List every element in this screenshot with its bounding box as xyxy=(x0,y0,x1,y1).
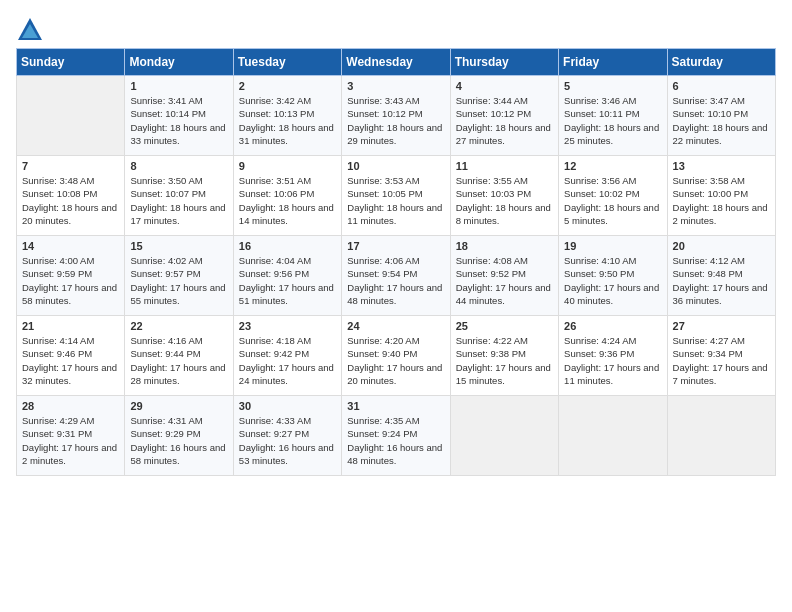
weekday-header: Saturday xyxy=(667,49,775,76)
weekday-header-row: SundayMondayTuesdayWednesdayThursdayFrid… xyxy=(17,49,776,76)
calendar-day-cell: 19Sunrise: 4:10 AMSunset: 9:50 PMDayligh… xyxy=(559,236,667,316)
day-info: Sunrise: 3:51 AMSunset: 10:06 PMDaylight… xyxy=(239,174,336,227)
calendar-day-cell: 24Sunrise: 4:20 AMSunset: 9:40 PMDayligh… xyxy=(342,316,450,396)
calendar-day-cell: 16Sunrise: 4:04 AMSunset: 9:56 PMDayligh… xyxy=(233,236,341,316)
day-number: 9 xyxy=(239,160,336,172)
logo xyxy=(16,16,48,44)
calendar-day-cell: 14Sunrise: 4:00 AMSunset: 9:59 PMDayligh… xyxy=(17,236,125,316)
day-info: Sunrise: 4:08 AMSunset: 9:52 PMDaylight:… xyxy=(456,254,553,307)
day-info: Sunrise: 3:44 AMSunset: 10:12 PMDaylight… xyxy=(456,94,553,147)
day-number: 2 xyxy=(239,80,336,92)
day-info: Sunrise: 4:27 AMSunset: 9:34 PMDaylight:… xyxy=(673,334,770,387)
day-number: 10 xyxy=(347,160,444,172)
day-info: Sunrise: 3:58 AMSunset: 10:00 PMDaylight… xyxy=(673,174,770,227)
calendar-day-cell: 1Sunrise: 3:41 AMSunset: 10:14 PMDayligh… xyxy=(125,76,233,156)
day-info: Sunrise: 4:24 AMSunset: 9:36 PMDaylight:… xyxy=(564,334,661,387)
day-number: 12 xyxy=(564,160,661,172)
weekday-header: Thursday xyxy=(450,49,558,76)
day-info: Sunrise: 4:20 AMSunset: 9:40 PMDaylight:… xyxy=(347,334,444,387)
calendar-day-cell: 29Sunrise: 4:31 AMSunset: 9:29 PMDayligh… xyxy=(125,396,233,476)
day-number: 7 xyxy=(22,160,119,172)
day-info: Sunrise: 4:31 AMSunset: 9:29 PMDaylight:… xyxy=(130,414,227,467)
day-number: 25 xyxy=(456,320,553,332)
calendar-day-cell: 9Sunrise: 3:51 AMSunset: 10:06 PMDayligh… xyxy=(233,156,341,236)
day-number: 5 xyxy=(564,80,661,92)
calendar-day-cell: 26Sunrise: 4:24 AMSunset: 9:36 PMDayligh… xyxy=(559,316,667,396)
day-info: Sunrise: 3:53 AMSunset: 10:05 PMDaylight… xyxy=(347,174,444,227)
day-number: 16 xyxy=(239,240,336,252)
calendar-day-cell: 15Sunrise: 4:02 AMSunset: 9:57 PMDayligh… xyxy=(125,236,233,316)
day-number: 1 xyxy=(130,80,227,92)
day-info: Sunrise: 4:35 AMSunset: 9:24 PMDaylight:… xyxy=(347,414,444,467)
day-number: 23 xyxy=(239,320,336,332)
day-number: 22 xyxy=(130,320,227,332)
calendar-day-cell xyxy=(667,396,775,476)
calendar-table: SundayMondayTuesdayWednesdayThursdayFrid… xyxy=(16,48,776,476)
day-info: Sunrise: 4:33 AMSunset: 9:27 PMDaylight:… xyxy=(239,414,336,467)
weekday-header: Friday xyxy=(559,49,667,76)
calendar-day-cell: 3Sunrise: 3:43 AMSunset: 10:12 PMDayligh… xyxy=(342,76,450,156)
calendar-day-cell: 22Sunrise: 4:16 AMSunset: 9:44 PMDayligh… xyxy=(125,316,233,396)
logo-icon xyxy=(16,16,44,44)
calendar-day-cell: 31Sunrise: 4:35 AMSunset: 9:24 PMDayligh… xyxy=(342,396,450,476)
calendar-day-cell: 20Sunrise: 4:12 AMSunset: 9:48 PMDayligh… xyxy=(667,236,775,316)
day-number: 3 xyxy=(347,80,444,92)
day-number: 17 xyxy=(347,240,444,252)
day-number: 8 xyxy=(130,160,227,172)
calendar-day-cell xyxy=(450,396,558,476)
calendar-day-cell: 25Sunrise: 4:22 AMSunset: 9:38 PMDayligh… xyxy=(450,316,558,396)
weekday-header: Wednesday xyxy=(342,49,450,76)
calendar-day-cell: 21Sunrise: 4:14 AMSunset: 9:46 PMDayligh… xyxy=(17,316,125,396)
calendar-week-row: 28Sunrise: 4:29 AMSunset: 9:31 PMDayligh… xyxy=(17,396,776,476)
calendar-day-cell: 30Sunrise: 4:33 AMSunset: 9:27 PMDayligh… xyxy=(233,396,341,476)
calendar-week-row: 14Sunrise: 4:00 AMSunset: 9:59 PMDayligh… xyxy=(17,236,776,316)
calendar-week-row: 21Sunrise: 4:14 AMSunset: 9:46 PMDayligh… xyxy=(17,316,776,396)
day-info: Sunrise: 4:16 AMSunset: 9:44 PMDaylight:… xyxy=(130,334,227,387)
day-info: Sunrise: 4:04 AMSunset: 9:56 PMDaylight:… xyxy=(239,254,336,307)
calendar-week-row: 1Sunrise: 3:41 AMSunset: 10:14 PMDayligh… xyxy=(17,76,776,156)
day-info: Sunrise: 4:14 AMSunset: 9:46 PMDaylight:… xyxy=(22,334,119,387)
weekday-header: Tuesday xyxy=(233,49,341,76)
day-info: Sunrise: 4:29 AMSunset: 9:31 PMDaylight:… xyxy=(22,414,119,467)
calendar-day-cell: 4Sunrise: 3:44 AMSunset: 10:12 PMDayligh… xyxy=(450,76,558,156)
day-info: Sunrise: 4:12 AMSunset: 9:48 PMDaylight:… xyxy=(673,254,770,307)
calendar-day-cell: 11Sunrise: 3:55 AMSunset: 10:03 PMDaylig… xyxy=(450,156,558,236)
day-number: 29 xyxy=(130,400,227,412)
calendar-week-row: 7Sunrise: 3:48 AMSunset: 10:08 PMDayligh… xyxy=(17,156,776,236)
day-info: Sunrise: 4:00 AMSunset: 9:59 PMDaylight:… xyxy=(22,254,119,307)
calendar-day-cell: 23Sunrise: 4:18 AMSunset: 9:42 PMDayligh… xyxy=(233,316,341,396)
calendar-day-cell: 27Sunrise: 4:27 AMSunset: 9:34 PMDayligh… xyxy=(667,316,775,396)
weekday-header: Monday xyxy=(125,49,233,76)
day-number: 15 xyxy=(130,240,227,252)
day-number: 21 xyxy=(22,320,119,332)
day-number: 11 xyxy=(456,160,553,172)
calendar-day-cell: 6Sunrise: 3:47 AMSunset: 10:10 PMDayligh… xyxy=(667,76,775,156)
day-info: Sunrise: 3:47 AMSunset: 10:10 PMDaylight… xyxy=(673,94,770,147)
day-info: Sunrise: 3:56 AMSunset: 10:02 PMDaylight… xyxy=(564,174,661,227)
day-info: Sunrise: 3:50 AMSunset: 10:07 PMDaylight… xyxy=(130,174,227,227)
day-info: Sunrise: 4:06 AMSunset: 9:54 PMDaylight:… xyxy=(347,254,444,307)
day-info: Sunrise: 4:02 AMSunset: 9:57 PMDaylight:… xyxy=(130,254,227,307)
calendar-day-cell: 5Sunrise: 3:46 AMSunset: 10:11 PMDayligh… xyxy=(559,76,667,156)
day-info: Sunrise: 4:10 AMSunset: 9:50 PMDaylight:… xyxy=(564,254,661,307)
page-header xyxy=(16,16,776,44)
calendar-day-cell: 10Sunrise: 3:53 AMSunset: 10:05 PMDaylig… xyxy=(342,156,450,236)
calendar-day-cell: 18Sunrise: 4:08 AMSunset: 9:52 PMDayligh… xyxy=(450,236,558,316)
day-info: Sunrise: 3:55 AMSunset: 10:03 PMDaylight… xyxy=(456,174,553,227)
calendar-day-cell xyxy=(559,396,667,476)
day-info: Sunrise: 3:41 AMSunset: 10:14 PMDaylight… xyxy=(130,94,227,147)
day-number: 19 xyxy=(564,240,661,252)
calendar-day-cell: 12Sunrise: 3:56 AMSunset: 10:02 PMDaylig… xyxy=(559,156,667,236)
day-number: 24 xyxy=(347,320,444,332)
calendar-day-cell: 17Sunrise: 4:06 AMSunset: 9:54 PMDayligh… xyxy=(342,236,450,316)
day-number: 6 xyxy=(673,80,770,92)
day-number: 27 xyxy=(673,320,770,332)
calendar-day-cell: 13Sunrise: 3:58 AMSunset: 10:00 PMDaylig… xyxy=(667,156,775,236)
day-number: 20 xyxy=(673,240,770,252)
day-info: Sunrise: 4:22 AMSunset: 9:38 PMDaylight:… xyxy=(456,334,553,387)
day-number: 4 xyxy=(456,80,553,92)
day-info: Sunrise: 4:18 AMSunset: 9:42 PMDaylight:… xyxy=(239,334,336,387)
day-number: 31 xyxy=(347,400,444,412)
day-number: 28 xyxy=(22,400,119,412)
weekday-header: Sunday xyxy=(17,49,125,76)
